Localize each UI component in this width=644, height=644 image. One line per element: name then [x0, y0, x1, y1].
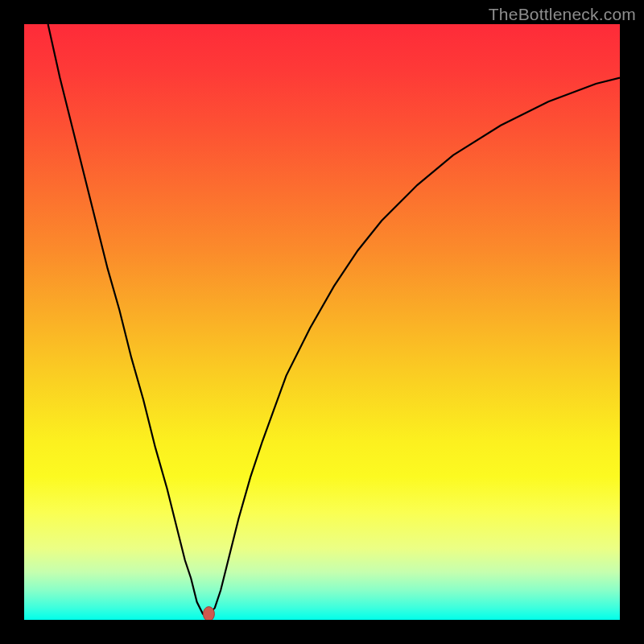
curve-svg: [24, 24, 620, 620]
watermark-text: TheBottleneck.com: [489, 5, 636, 24]
chart-frame: TheBottleneck.com: [0, 0, 644, 644]
plot-area: [24, 24, 620, 620]
bottleneck-curve: [48, 24, 620, 614]
minimum-marker: [203, 607, 214, 620]
